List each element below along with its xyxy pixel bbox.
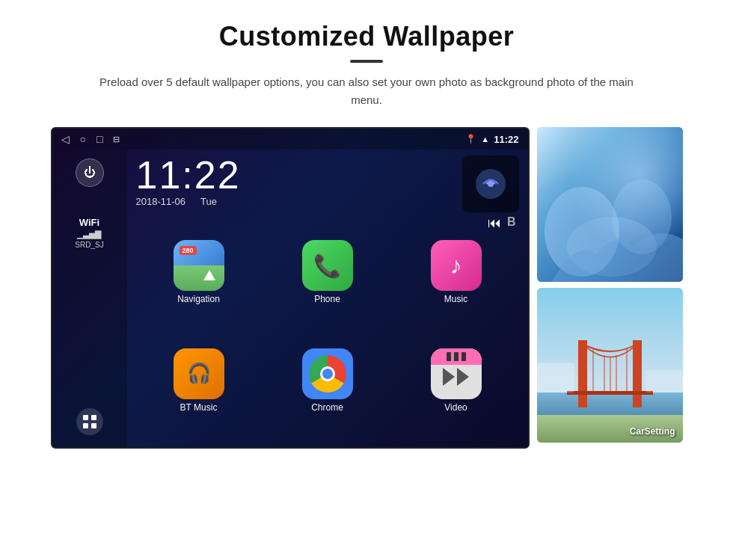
location-icon: 📍	[465, 134, 476, 144]
grid-icon	[82, 414, 97, 429]
phone-symbol-icon: 📞	[313, 253, 341, 279]
chrome-app-icon	[302, 348, 353, 399]
center-area: 11:22 2018-11-06 Tue	[127, 150, 528, 447]
clock-area: 11:22 2018-11-06 Tue	[136, 156, 462, 207]
bt-music-app-label: BT Music	[180, 402, 218, 413]
svg-point-8	[567, 217, 657, 277]
svg-rect-1	[91, 415, 96, 420]
status-bar-right: 📍 ▲ 11:22	[465, 134, 518, 145]
screenshot-icon[interactable]: ⊟	[113, 135, 120, 144]
svg-rect-20	[537, 363, 574, 393]
chrome-inner-circle	[320, 366, 335, 381]
wallpaper-thumbnails: CarSetting	[537, 127, 683, 449]
prev-track-button[interactable]: ⏮	[488, 215, 501, 231]
stripe-notch-1	[447, 352, 451, 361]
app-grid: 280 Navigation 📞 Phone	[127, 234, 528, 447]
wifi-info: WiFi ▁▃▅▇ SRD_SJ	[75, 217, 103, 249]
status-time: 11:22	[494, 134, 518, 145]
ice-wallpaper-svg	[537, 127, 683, 282]
app-item-phone[interactable]: 📞 Phone	[268, 240, 387, 339]
music-app-label: Music	[444, 294, 467, 304]
main-content-row: ⏻ WiFi ▁▃▅▇ SRD_SJ	[52, 150, 528, 447]
app-item-video[interactable]: Video	[396, 348, 516, 448]
recent-nav-icon[interactable]: □	[96, 133, 102, 145]
chrome-outer-ring	[309, 355, 346, 393]
status-bar-left: ◁ ○ □ ⊟	[61, 133, 120, 145]
carsetting-label: CarSetting	[630, 426, 675, 437]
nav-badge: 280	[180, 246, 197, 255]
title-divider	[350, 60, 383, 63]
page-subtitle: Preload over 5 default wallpaper options…	[97, 73, 636, 109]
navigation-app-label: Navigation	[177, 294, 220, 304]
video-app-icon	[431, 348, 482, 399]
android-screen: ◁ ○ □ ⊟ 📍 ▲ 11:22 ⏻ WiFi ▁▃▅▇ SRD_SJ	[51, 127, 530, 449]
video-app-label: Video	[444, 402, 467, 413]
stripe-notch-3	[461, 352, 466, 361]
apps-grid-button[interactable]	[76, 408, 103, 435]
svg-rect-0	[83, 415, 88, 420]
wifi-ssid: SRD_SJ	[75, 241, 103, 249]
wifi-label: WiFi	[75, 217, 103, 228]
chevron-2	[457, 368, 469, 386]
video-play-chevrons	[443, 368, 469, 386]
app-item-navigation[interactable]: 280 Navigation	[139, 240, 259, 339]
svg-rect-5	[537, 127, 683, 282]
wifi-wave-icon	[476, 169, 506, 199]
bt-music-app-icon: 🎧	[174, 348, 224, 399]
clock-date: 2018-11-06 Tue	[136, 196, 462, 207]
clock-day-value: Tue	[200, 196, 217, 207]
wifi-widget[interactable]	[462, 156, 519, 212]
video-stripe	[431, 348, 482, 365]
app-item-bt-music[interactable]: 🎧 BT Music	[139, 348, 259, 448]
svg-rect-12	[578, 340, 587, 407]
chrome-app-label: Chrome	[311, 402, 343, 413]
power-button[interactable]: ⏻	[76, 159, 104, 187]
bt-symbol-icon: 🎧	[187, 362, 211, 385]
svg-point-7	[612, 179, 672, 254]
wallpaper-thumb-bridge[interactable]: CarSetting	[537, 288, 683, 443]
svg-rect-19	[567, 391, 653, 395]
wifi-signal-bars: ▁▃▅▇	[75, 230, 103, 239]
clock-date-value: 2018-11-06	[136, 196, 186, 207]
svg-rect-13	[633, 340, 642, 407]
bridge-wallpaper-svg	[537, 288, 683, 443]
music-note-icon: ♪	[450, 252, 462, 280]
home-nav-icon[interactable]: ○	[80, 133, 86, 145]
back-nav-icon[interactable]: ◁	[61, 133, 70, 145]
svg-rect-3	[91, 423, 96, 428]
stripe-notch-2	[454, 352, 458, 361]
chevron-1	[443, 368, 455, 386]
top-widgets: ⏮ B	[462, 156, 519, 231]
phone-app-label: Phone	[314, 294, 340, 304]
left-sidebar: ⏻ WiFi ▁▃▅▇ SRD_SJ	[52, 150, 127, 447]
svg-point-6	[545, 187, 619, 277]
content-area: ◁ ○ □ ⊟ 📍 ▲ 11:22 ⏻ WiFi ▁▃▅▇ SRD_SJ	[0, 127, 733, 449]
app-item-music[interactable]: ♪ Music	[396, 240, 516, 339]
wallpaper-thumb-ice[interactable]	[537, 127, 683, 282]
nav-arrow-icon	[203, 270, 215, 280]
svg-rect-2	[83, 423, 88, 428]
svg-rect-21	[645, 370, 683, 393]
bluetooth-icon: B	[507, 215, 516, 231]
media-controls: ⏮ B	[488, 215, 519, 231]
navigation-app-icon: 280	[174, 240, 224, 291]
app-item-chrome[interactable]: Chrome	[268, 348, 387, 448]
status-bar: ◁ ○ □ ⊟ 📍 ▲ 11:22	[52, 129, 528, 150]
wireless-icon	[479, 173, 502, 195]
page-title: Customized Wallpaper	[0, 0, 733, 52]
phone-app-icon: 📞	[302, 240, 353, 291]
music-app-icon: ♪	[431, 240, 482, 291]
clock-time: 11:22	[136, 156, 462, 194]
wifi-status-icon: ▲	[481, 135, 489, 144]
